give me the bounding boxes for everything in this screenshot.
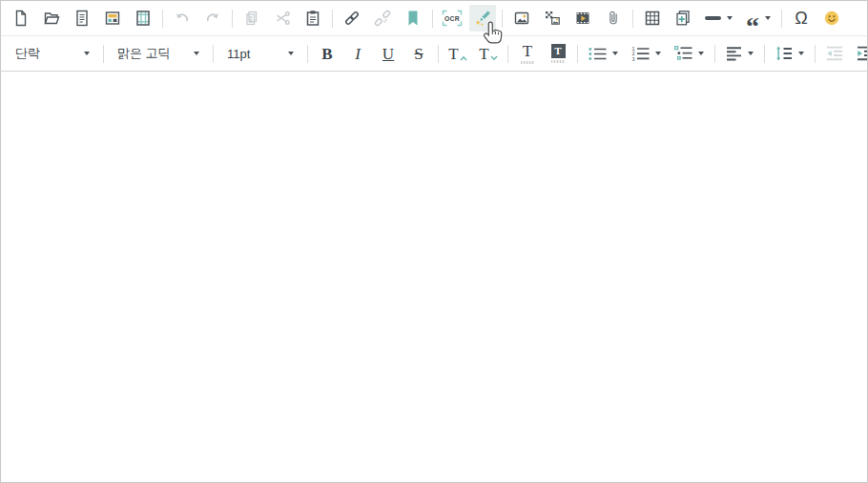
insert-image-gallery-button[interactable] bbox=[539, 5, 566, 32]
separator bbox=[781, 10, 782, 28]
font-color-button[interactable]: T bbox=[514, 40, 541, 67]
cut-button[interactable] bbox=[269, 5, 296, 32]
align-left-icon bbox=[726, 46, 742, 61]
paragraph-style-select[interactable]: 단락 bbox=[8, 40, 97, 67]
separator bbox=[502, 10, 503, 28]
blockquote-button[interactable]: “ bbox=[741, 5, 775, 32]
multilevel-list-icon bbox=[674, 46, 692, 61]
smiley-icon bbox=[822, 9, 841, 28]
separator bbox=[438, 45, 439, 63]
chevron-down-icon bbox=[798, 52, 804, 55]
chevron-down-icon bbox=[727, 16, 733, 20]
insert-image-button[interactable] bbox=[508, 5, 535, 32]
italic-button[interactable]: I bbox=[344, 40, 371, 67]
separator bbox=[213, 45, 214, 63]
attach-file-button[interactable] bbox=[600, 5, 627, 32]
font-size-value: 11pt bbox=[227, 47, 250, 61]
indent-button[interactable] bbox=[852, 40, 868, 67]
chevron-down-icon bbox=[612, 52, 618, 55]
chevron-down-icon bbox=[655, 52, 661, 55]
unlink-icon bbox=[373, 9, 392, 28]
separator bbox=[507, 45, 508, 63]
redo-button[interactable] bbox=[199, 5, 226, 32]
open-file-button[interactable] bbox=[38, 5, 65, 32]
horizontal-line-button[interactable] bbox=[700, 5, 737, 32]
highlight-color-button[interactable]: T bbox=[545, 40, 571, 67]
separator bbox=[632, 10, 633, 28]
bold-label: B bbox=[321, 46, 332, 62]
bookmark-icon bbox=[403, 9, 423, 28]
link-icon bbox=[342, 9, 362, 28]
editor-content[interactable] bbox=[1, 72, 867, 482]
font-color-label: T bbox=[523, 43, 532, 59]
open-folder-icon bbox=[42, 9, 61, 28]
bold-button[interactable]: B bbox=[314, 40, 341, 67]
line-height-button[interactable] bbox=[771, 40, 809, 67]
font-family-select[interactable]: 맑은 고딕 bbox=[110, 40, 207, 67]
bookmark-button[interactable] bbox=[400, 5, 426, 32]
column-layout-button[interactable] bbox=[130, 5, 156, 32]
horizontal-line-icon bbox=[705, 16, 721, 20]
insert-page-button[interactable] bbox=[670, 5, 696, 32]
chevron-down-icon bbox=[288, 52, 294, 55]
line-height-icon bbox=[775, 46, 793, 61]
clipboard-icon bbox=[303, 9, 322, 28]
ocr-button[interactable]: OCR bbox=[439, 5, 465, 32]
underline-label: U bbox=[382, 46, 394, 62]
paperclip-icon bbox=[604, 9, 623, 28]
template-button[interactable] bbox=[99, 5, 126, 32]
separator bbox=[432, 10, 433, 28]
separator bbox=[764, 45, 765, 63]
document-text-icon bbox=[72, 9, 92, 28]
paste-button[interactable] bbox=[300, 5, 326, 32]
color-swatch-bar bbox=[551, 60, 565, 63]
color-swatch-bar bbox=[521, 61, 534, 64]
multilevel-list-button[interactable] bbox=[670, 40, 709, 67]
chevron-down-icon bbox=[84, 52, 90, 55]
align-button[interactable] bbox=[721, 40, 758, 67]
separator bbox=[232, 10, 233, 28]
highlight-pen-icon bbox=[473, 9, 492, 28]
new-document-icon bbox=[11, 9, 31, 28]
copy-button[interactable] bbox=[238, 5, 265, 32]
image-icon bbox=[512, 9, 531, 28]
highlight-pen-button[interactable] bbox=[469, 5, 496, 32]
table-icon bbox=[643, 9, 662, 28]
new-document-button[interactable] bbox=[8, 5, 34, 32]
chevron-down-icon bbox=[194, 52, 199, 55]
superscript-button[interactable]: T bbox=[444, 40, 471, 67]
subscript-button[interactable]: T bbox=[475, 40, 502, 67]
separator bbox=[577, 45, 578, 63]
special-character-button[interactable]: Ω bbox=[788, 5, 815, 32]
strikethrough-button[interactable]: S bbox=[405, 40, 432, 67]
remove-link-button[interactable] bbox=[369, 5, 396, 32]
font-size-select[interactable]: 11pt bbox=[219, 40, 301, 67]
document-button[interactable] bbox=[69, 5, 95, 32]
undo-icon bbox=[173, 9, 192, 28]
add-page-icon bbox=[673, 9, 692, 28]
bullet-list-button[interactable] bbox=[584, 40, 623, 67]
omega-icon: Ω bbox=[795, 10, 807, 27]
template-icon bbox=[103, 9, 122, 28]
italic-label: I bbox=[355, 46, 361, 62]
superscript-label: T bbox=[448, 46, 458, 62]
font-family-value: 맑은 고딕 bbox=[117, 45, 171, 62]
video-icon bbox=[573, 9, 592, 28]
emoticon-button[interactable] bbox=[818, 5, 845, 32]
strikethrough-label: S bbox=[414, 46, 423, 62]
toolbar-format: 단락 맑은 고딕 11pt B I U S T T T bbox=[1, 36, 867, 72]
outdent-icon bbox=[826, 46, 843, 61]
image-gallery-icon bbox=[543, 9, 562, 28]
insert-link-button[interactable] bbox=[339, 5, 365, 32]
chevron-down-icon bbox=[765, 16, 771, 20]
underline-button[interactable]: U bbox=[375, 40, 402, 67]
undo-button[interactable] bbox=[169, 5, 196, 32]
outdent-button[interactable] bbox=[821, 40, 848, 67]
numbered-list-button[interactable]: 123 bbox=[627, 40, 666, 67]
separator bbox=[162, 10, 163, 28]
highlight-label: T bbox=[551, 44, 566, 58]
chevron-down-icon bbox=[748, 52, 754, 55]
copy-icon bbox=[242, 9, 261, 28]
insert-video-button[interactable] bbox=[569, 5, 596, 32]
insert-table-button[interactable] bbox=[639, 5, 666, 32]
